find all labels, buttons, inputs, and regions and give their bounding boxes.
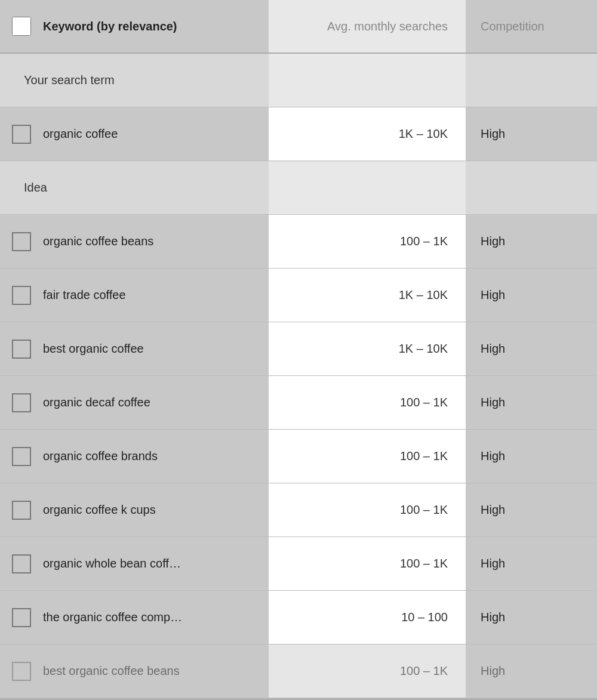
row-checkbox[interactable] — [12, 501, 31, 520]
section-label: Idea — [12, 181, 47, 195]
section-competition-col — [466, 161, 597, 214]
keyword-cell: best organic coffee beans — [0, 645, 269, 698]
section-searches-col — [269, 161, 466, 214]
row-checkbox[interactable] — [12, 232, 31, 251]
competition-cell: High — [466, 376, 597, 429]
searches-value: 100 – 1K — [400, 449, 448, 463]
searches-cell: 100 – 1K — [269, 430, 466, 483]
table-row: organic coffee k cups 100 – 1K High — [0, 483, 597, 537]
competition-value: High — [481, 449, 505, 463]
section-label: Your search term — [12, 73, 115, 87]
table-header: Keyword (by relevance) Avg. monthly sear… — [0, 0, 597, 54]
section-header-row: Your search term — [0, 54, 597, 107]
table-row: organic coffee beans 100 – 1K High — [0, 215, 597, 269]
keyword-cell: best organic coffee — [0, 322, 269, 375]
searches-column-header: Avg. monthly searches — [269, 0, 466, 53]
keyword-column-label: Keyword (by relevance) — [43, 20, 177, 33]
keyword-cell: organic coffee beans — [0, 215, 269, 268]
competition-value: High — [481, 557, 505, 571]
competition-column-label: Competition — [481, 20, 544, 33]
competition-column-header: Competition — [466, 0, 597, 53]
keyword-column-header: Keyword (by relevance) — [0, 0, 269, 53]
searches-cell: 100 – 1K — [269, 483, 466, 536]
section-searches-col — [269, 54, 466, 107]
table-row: organic coffee brands 100 – 1K High — [0, 430, 597, 483]
row-checkbox[interactable] — [12, 393, 31, 412]
select-all-checkbox[interactable] — [12, 17, 31, 36]
searches-cell: 100 – 1K — [269, 215, 466, 268]
competition-value: High — [481, 288, 505, 302]
searches-value: 100 – 1K — [400, 396, 448, 409]
keyword-cell: organic whole bean coff… — [0, 537, 269, 590]
section-keyword-col: Idea — [0, 161, 269, 214]
competition-cell: High — [466, 430, 597, 483]
searches-cell: 1K – 10K — [269, 269, 466, 322]
keyword-text: organic coffee beans — [43, 235, 153, 248]
table-row: organic coffee 1K – 10K High — [0, 107, 597, 161]
keyword-text: organic coffee — [43, 127, 118, 141]
table-row: organic decaf coffee 100 – 1K High — [0, 376, 597, 430]
competition-value: High — [481, 396, 505, 409]
competition-value: High — [481, 235, 505, 248]
searches-column-label: Avg. monthly searches — [327, 20, 448, 33]
keyword-cell: organic coffee k cups — [0, 483, 269, 536]
competition-value: High — [481, 127, 505, 141]
searches-value: 100 – 1K — [400, 235, 448, 248]
searches-value: 1K – 10K — [399, 127, 448, 141]
row-checkbox[interactable] — [12, 608, 31, 627]
competition-value: High — [481, 610, 505, 624]
searches-value: 10 – 100 — [401, 610, 448, 624]
searches-cell: 10 – 100 — [269, 591, 466, 644]
section-competition-col — [466, 54, 597, 107]
row-checkbox[interactable] — [12, 286, 31, 305]
competition-value: High — [481, 664, 505, 678]
keyword-cell: the organic coffee comp… — [0, 591, 269, 644]
searches-value: 1K – 10K — [399, 342, 448, 356]
competition-value: High — [481, 503, 505, 517]
competition-cell: High — [466, 215, 597, 268]
competition-cell: High — [466, 537, 597, 590]
competition-cell: High — [466, 107, 597, 161]
searches-value: 1K – 10K — [399, 288, 448, 302]
searches-value: 100 – 1K — [400, 557, 448, 571]
competition-cell: High — [466, 322, 597, 375]
keyword-text: organic whole bean coff… — [43, 557, 181, 571]
table-row: organic whole bean coff… 100 – 1K High — [0, 537, 597, 591]
keyword-cell: organic coffee — [0, 107, 269, 161]
row-checkbox[interactable] — [12, 125, 31, 144]
row-checkbox[interactable] — [12, 447, 31, 466]
searches-cell: 100 – 1K — [269, 376, 466, 429]
searches-cell: 1K – 10K — [269, 322, 466, 375]
competition-cell: High — [466, 483, 597, 536]
section-keyword-col: Your search term — [0, 54, 269, 107]
competition-cell: High — [466, 591, 597, 644]
row-checkbox[interactable] — [12, 340, 31, 359]
keyword-text: best organic coffee beans — [43, 664, 180, 678]
table-row: best organic coffee 1K – 10K High — [0, 322, 597, 376]
keyword-cell: organic decaf coffee — [0, 376, 269, 429]
keyword-text: organic coffee k cups — [43, 503, 156, 517]
searches-value: 100 – 1K — [400, 664, 448, 678]
keyword-text: the organic coffee comp… — [43, 610, 182, 624]
keyword-text: organic coffee brands — [43, 449, 158, 463]
searches-value: 100 – 1K — [400, 503, 448, 517]
keyword-cell: organic coffee brands — [0, 430, 269, 483]
keyword-text: best organic coffee — [43, 342, 144, 356]
searches-cell: 100 – 1K — [269, 645, 466, 698]
searches-cell: 1K – 10K — [269, 107, 466, 161]
keyword-table: Keyword (by relevance) Avg. monthly sear… — [0, 0, 597, 698]
section-header-row: Idea — [0, 161, 597, 215]
competition-cell: High — [466, 269, 597, 322]
searches-cell: 100 – 1K — [269, 537, 466, 590]
table-row: fair trade coffee 1K – 10K High — [0, 269, 597, 322]
table-row: the organic coffee comp… 10 – 100 High — [0, 591, 597, 645]
table-body: Your search term organic coffee 1K – 10K… — [0, 54, 597, 698]
competition-cell: High — [466, 645, 597, 698]
keyword-cell: fair trade coffee — [0, 269, 269, 322]
keyword-text: organic decaf coffee — [43, 396, 150, 409]
keyword-text: fair trade coffee — [43, 288, 126, 302]
competition-value: High — [481, 342, 505, 356]
row-checkbox[interactable] — [12, 554, 31, 573]
row-checkbox[interactable] — [12, 662, 31, 681]
table-row: best organic coffee beans 100 – 1K High — [0, 645, 597, 698]
